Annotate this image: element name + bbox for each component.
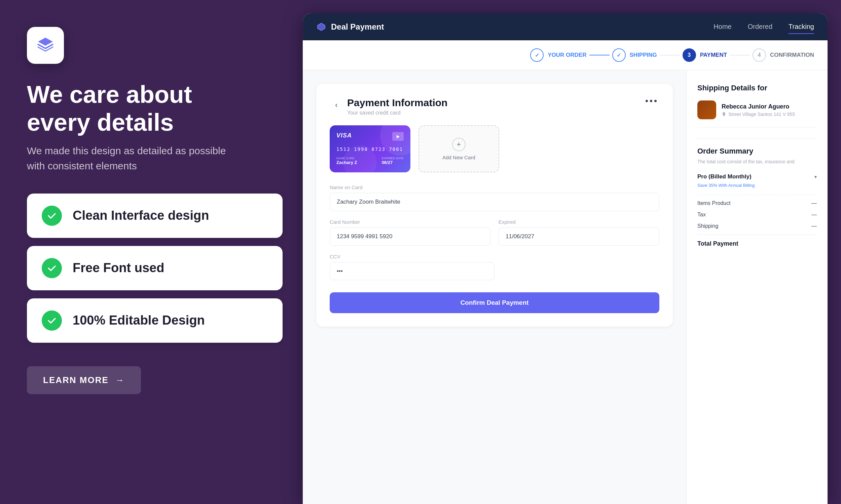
step-3: 3 PAYMENT bbox=[683, 48, 727, 62]
card-name-section: Name Card Zachary Z bbox=[337, 157, 357, 165]
feature-item-3: 100% Editable Design bbox=[27, 299, 282, 343]
app-window: Deal Payment Home Ordered Tracking ✓ YOU… bbox=[303, 14, 827, 504]
total-label: Total Payment bbox=[697, 240, 738, 247]
person-name: Rebecca Junior Aguero bbox=[722, 103, 795, 110]
step-label-4: CONFIRMATION bbox=[770, 52, 814, 58]
card-expiry-section: Expired Date 06/27 bbox=[382, 157, 404, 165]
nav-ordered[interactable]: Ordered bbox=[748, 20, 772, 34]
cardnumber-input[interactable] bbox=[330, 228, 491, 246]
add-card-plus-icon: + bbox=[452, 138, 466, 151]
add-card-label: Add New Card bbox=[442, 155, 475, 160]
expiry-input[interactable] bbox=[499, 228, 659, 246]
feature-label-3: 100% Editable Design bbox=[73, 313, 205, 328]
person-address: Street Village Santos 141 V 955 bbox=[722, 111, 795, 117]
form-grid: Card Number Expired bbox=[330, 219, 659, 254]
order-summary: Order Summary The total cost consist of … bbox=[697, 139, 817, 247]
feature-label-1: Clean Interface design bbox=[73, 208, 209, 223]
feature-label-2: Free Font used bbox=[73, 261, 164, 275]
avatar bbox=[697, 101, 716, 119]
dots-menu[interactable] bbox=[643, 97, 659, 105]
card-expiry-label: Expired Date bbox=[382, 157, 404, 160]
step-circle-3: 3 bbox=[683, 48, 696, 62]
name-input[interactable] bbox=[330, 193, 659, 211]
plan-row: Pro (Billed Monthly) ▾ bbox=[697, 173, 817, 180]
divider-1 bbox=[697, 139, 817, 139]
plan-name: Pro (Billed Monthly) bbox=[697, 173, 752, 180]
summary-items: Items Product — Tax — Shipping — bbox=[697, 195, 817, 247]
step-connector-1 bbox=[589, 55, 610, 55]
nav-links: Home Ordered Tracking bbox=[714, 20, 814, 34]
form-expiry-row: Expired bbox=[499, 219, 659, 246]
payment-title: Payment Information bbox=[347, 97, 643, 109]
credit-card-1[interactable]: VISA ▶ 1512 1998 8723 7001 Name Card Zac… bbox=[330, 125, 410, 173]
step-connector-2 bbox=[660, 55, 680, 55]
card-name-label: Name Card bbox=[337, 157, 357, 160]
confirm-button[interactable]: Confirm Deal Payment bbox=[330, 292, 659, 313]
step-circle-1: ✓ bbox=[530, 48, 544, 62]
form-cardnumber-row: Card Number bbox=[330, 219, 491, 246]
name-label: Name on Card bbox=[330, 184, 659, 190]
card-chip: ▶ bbox=[392, 132, 404, 141]
check-icon-2 bbox=[42, 258, 62, 278]
back-button[interactable]: ‹ bbox=[330, 98, 343, 112]
brand-name: Deal Payment bbox=[331, 22, 384, 32]
card-expiry-value: 06/27 bbox=[382, 160, 404, 165]
hero-title: We care about every details bbox=[27, 80, 229, 137]
order-summary-title: Order Summary bbox=[697, 147, 817, 156]
ccv-label: CCV bbox=[330, 254, 659, 259]
dot-3 bbox=[654, 100, 657, 102]
shipping-person: Rebecca Junior Aguero Street Village San… bbox=[697, 101, 817, 128]
shipping-title: Shipping Details for bbox=[697, 84, 817, 92]
nav-brand: Deal Payment bbox=[316, 22, 384, 32]
payment-section: ‹ Payment Information Your saved credit … bbox=[303, 70, 686, 504]
step-label-2: SHIPPING bbox=[630, 52, 657, 58]
step-2: ✓ SHIPPING bbox=[612, 48, 657, 62]
shipping-sidebar: Shipping Details for Rebecca Junior Ague… bbox=[686, 70, 827, 504]
step-1: ✓ YOUR ORDER bbox=[530, 48, 586, 62]
person-details: Rebecca Junior Aguero Street Village San… bbox=[722, 103, 795, 117]
card-name-value: Zachary Z bbox=[337, 160, 357, 165]
form-ccv-row: CCV bbox=[330, 254, 659, 280]
step-label-1: YOUR ORDER bbox=[548, 52, 586, 58]
dot-1 bbox=[646, 100, 648, 102]
plan-save-label: Save 35% With Annual Billing bbox=[697, 183, 817, 188]
form-name-row: Name on Card bbox=[330, 184, 659, 211]
dot-2 bbox=[650, 100, 652, 102]
learn-more-button[interactable]: LEARN MORE → bbox=[27, 366, 141, 394]
shipping-label: Shipping bbox=[697, 223, 718, 229]
tax-value: — bbox=[811, 212, 817, 218]
confirm-label: Confirm Deal Payment bbox=[461, 299, 529, 306]
app-logo bbox=[27, 27, 64, 64]
items-product-value: — bbox=[811, 200, 817, 206]
card-footer: Name Card Zachary Z Expired Date 06/27 bbox=[337, 157, 404, 165]
summary-row-1: Items Product — bbox=[697, 200, 817, 206]
check-icon-3 bbox=[42, 310, 62, 331]
hero-subtitle: We made this design as detailed as possi… bbox=[27, 143, 236, 173]
main-container: We care about every details We made this… bbox=[0, 0, 841, 504]
total-row: Total Payment bbox=[697, 235, 817, 247]
logo-area bbox=[27, 27, 282, 64]
step-circle-2: ✓ bbox=[612, 48, 626, 62]
shipping-value: — bbox=[811, 223, 817, 229]
payment-header: ‹ Payment Information Your saved credit … bbox=[330, 97, 659, 116]
learn-more-label: LEARN MORE bbox=[43, 375, 109, 385]
nav-home[interactable]: Home bbox=[714, 20, 731, 34]
app-content: ‹ Payment Information Your saved credit … bbox=[303, 70, 827, 504]
nav-tracking[interactable]: Tracking bbox=[789, 20, 814, 34]
feature-item-1: Clean Interface design bbox=[27, 194, 282, 238]
summary-row-3: Shipping — bbox=[697, 223, 817, 229]
feature-item-2: Free Font used bbox=[27, 246, 282, 290]
add-card-box[interactable]: + Add New Card bbox=[418, 125, 499, 173]
plan-chevron[interactable]: ▾ bbox=[814, 174, 817, 179]
avatar-image bbox=[697, 101, 716, 119]
step-label-3: PAYMENT bbox=[700, 52, 727, 58]
learn-more-arrow: → bbox=[115, 375, 125, 385]
right-panel: Deal Payment Home Ordered Tracking ✓ YOU… bbox=[303, 0, 841, 504]
ccv-input[interactable] bbox=[330, 262, 495, 280]
cards-row: VISA ▶ 1512 1998 8723 7001 Name Card Zac… bbox=[330, 125, 659, 173]
card-number-display: 1512 1998 8723 7001 bbox=[337, 146, 404, 152]
app-navbar: Deal Payment Home Ordered Tracking bbox=[303, 14, 827, 40]
left-panel: We care about every details We made this… bbox=[0, 0, 303, 504]
location-icon bbox=[722, 112, 726, 116]
expiry-label: Expired bbox=[499, 219, 659, 225]
